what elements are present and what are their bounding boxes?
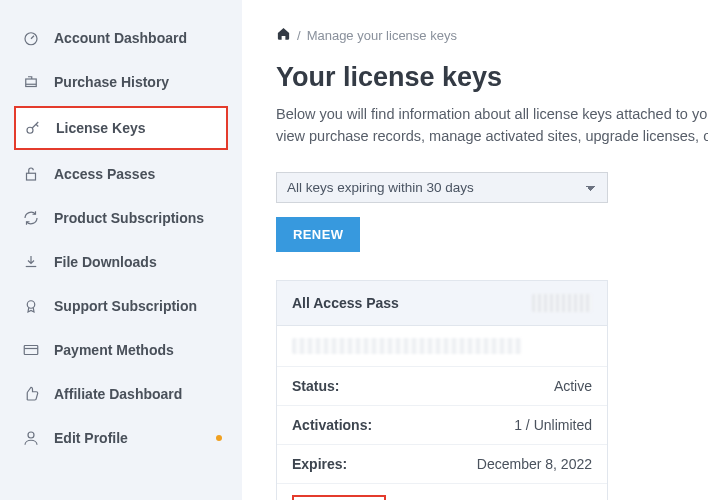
sidebar-item-label: Edit Profile [54,430,128,446]
cash-register-icon [22,73,40,91]
sidebar-item-label: Affiliate Dashboard [54,386,182,402]
page-description: Below you will find information about al… [276,103,708,148]
license-key-row [277,326,607,367]
sidebar-item-label: Access Passes [54,166,155,182]
badge-icon [22,297,40,315]
notification-dot-icon [216,435,222,441]
svg-point-6 [28,432,34,438]
svg-point-4 [27,301,35,309]
license-name: All Access Pass [292,295,399,311]
sidebar-item-label: Support Subscription [54,298,197,314]
sidebar-item-purchase-history[interactable]: Purchase History [14,62,228,102]
manage-sites-link[interactable]: Manage Sites [292,495,386,500]
breadcrumb: / Manage your license keys [276,26,708,44]
status-value: Active [554,378,592,394]
user-icon [22,429,40,447]
download-icon [22,253,40,271]
main-content: / Manage your license keys Your license … [242,0,708,500]
card-icon [22,341,40,359]
renew-button[interactable]: RENEW [276,217,360,252]
breadcrumb-current: Manage your license keys [307,28,457,43]
dashboard-icon [22,29,40,47]
page-title: Your license keys [276,62,708,93]
sidebar-item-product-subscriptions[interactable]: Product Subscriptions [14,198,228,238]
activations-value: 1 / Unlimited [514,417,592,433]
status-label: Status: [292,378,339,394]
redacted-license-key [292,338,522,354]
home-icon[interactable] [276,26,291,44]
redacted-value [532,294,592,312]
breadcrumb-separator: / [297,28,301,43]
license-activations-row: Activations: 1 / Unlimited [277,406,607,445]
expires-label: Expires: [292,456,347,472]
license-status-row: Status: Active [277,367,607,406]
license-actions: Manage Sites [277,484,607,500]
sidebar-item-label: Account Dashboard [54,30,187,46]
license-card-header: All Access Pass [277,281,607,326]
sidebar-item-access-passes[interactable]: Access Passes [14,154,228,194]
key-icon [24,119,42,137]
sidebar-item-edit-profile[interactable]: Edit Profile [14,418,228,458]
svg-point-2 [27,127,33,133]
lock-open-icon [22,165,40,183]
sidebar-item-label: Product Subscriptions [54,210,204,226]
activations-label: Activations: [292,417,372,433]
license-expires-row: Expires: December 8, 2022 [277,445,607,484]
sidebar-item-label: Payment Methods [54,342,174,358]
sidebar-item-support-subscription[interactable]: Support Subscription [14,286,228,326]
sidebar-item-label: File Downloads [54,254,157,270]
expiry-filter-select[interactable]: All keys expiring within 30 days [276,172,608,203]
sidebar-item-label: License Keys [56,120,146,136]
svg-rect-5 [24,346,38,355]
expires-value: December 8, 2022 [477,456,592,472]
sidebar-item-file-downloads[interactable]: File Downloads [14,242,228,282]
thumbs-up-icon [22,385,40,403]
sidebar-item-label: Purchase History [54,74,169,90]
sidebar-item-affiliate-dashboard[interactable]: Affiliate Dashboard [14,374,228,414]
sidebar-item-license-keys[interactable]: License Keys [14,106,228,150]
sidebar-item-payment-methods[interactable]: Payment Methods [14,330,228,370]
sidebar-item-account-dashboard[interactable]: Account Dashboard [14,18,228,58]
svg-rect-1 [26,79,37,87]
license-card: All Access Pass Status: Active Activatio… [276,280,608,500]
svg-rect-3 [27,173,36,180]
refresh-icon [22,209,40,227]
sidebar: Account Dashboard Purchase History Licen… [0,0,242,500]
